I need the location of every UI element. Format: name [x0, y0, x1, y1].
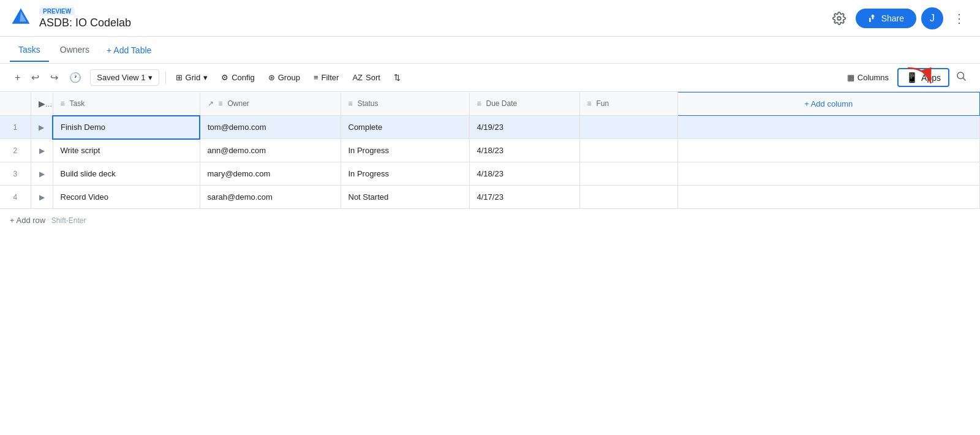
owner-cell-4[interactable]: sarah@demo.com	[200, 186, 341, 209]
group-button[interactable]: ⊛ Group	[262, 70, 306, 85]
fun-cell-2[interactable]	[579, 139, 677, 162]
apps-button-wrapper: 📱 Apps	[897, 68, 949, 87]
status-cell-1[interactable]: Complete	[341, 116, 469, 139]
expand-icon: ▶	[39, 193, 45, 202]
filter-button[interactable]: ≡ Filter	[307, 70, 345, 85]
status-value-4: Not Started	[349, 192, 389, 202]
columns-button[interactable]: ▦ Columns	[841, 70, 895, 85]
duedate-value-3: 4/18/23	[477, 169, 503, 178]
status-cell-3[interactable]: In Progress	[341, 162, 469, 186]
status-cell-4[interactable]: Not Started	[341, 186, 469, 209]
share-button[interactable]: Share	[856, 9, 916, 28]
duedate-cell-2[interactable]: 4/18/23	[469, 139, 579, 162]
add-row-toolbar-button[interactable]: +	[10, 69, 25, 87]
task-value-1: Finish Demo	[61, 123, 105, 132]
duedate-col-label: Due Date	[486, 99, 518, 108]
search-button[interactable]	[952, 67, 970, 88]
history-button[interactable]: 🕐	[64, 68, 86, 87]
add-row-row[interactable]: + Add row Shift-Enter	[0, 209, 980, 232]
toolbar: + ↩ ↪ 🕐 Saved View 1 ▾ ⊞ Grid ▾ ⚙ Config…	[0, 64, 980, 92]
th-owner[interactable]: ↗ ≡ Owner	[200, 93, 341, 116]
duedate-value-2: 4/18/23	[477, 146, 503, 155]
status-value-1: Complete	[349, 123, 383, 132]
app-title: ASDB: IO Codelab	[39, 17, 827, 29]
config-label: Config	[232, 73, 255, 82]
redo-button[interactable]: ↪	[45, 68, 63, 87]
share-label: Share	[881, 13, 904, 23]
addcol-cell-3	[677, 162, 980, 186]
toolbar-right: ▦ Columns 📱 Apps	[841, 67, 970, 88]
row-expand-2[interactable]: ▶	[31, 139, 53, 162]
tab-owners-label: Owners	[60, 45, 89, 55]
addcol-cell-2	[677, 139, 980, 162]
task-cell-1[interactable]: Finish Demo	[53, 116, 200, 139]
owner-value-1: tom@demo.com	[208, 123, 266, 132]
table-header: ▶▶ ≡ Task ↗ ≡ Owner	[0, 93, 980, 116]
saved-view-selector[interactable]: Saved View 1 ▾	[90, 69, 159, 86]
undo-button[interactable]: ↩	[26, 68, 44, 87]
expand-icon: ▶	[39, 146, 45, 155]
adjust-button[interactable]: ⇅	[388, 70, 407, 85]
expand-icon: ▶	[39, 170, 45, 178]
table-row[interactable]: 2 ▶ Write script ann@demo.com In Progres…	[0, 139, 980, 162]
th-status[interactable]: ≡ Status	[341, 93, 469, 116]
owner-cell-2[interactable]: ann@demo.com	[200, 139, 341, 162]
owner-cell-3[interactable]: mary@demo.com	[200, 162, 341, 186]
row-expand-3[interactable]: ▶	[31, 162, 53, 186]
add-row-label: + Add row	[10, 216, 45, 225]
duedate-col-icon: ≡	[477, 99, 481, 108]
addcol-cell-1	[677, 116, 980, 139]
preview-badge: PREVIEW	[39, 7, 75, 15]
table-row[interactable]: 3 ▶ Build slide deck mary@demo.com In Pr…	[0, 162, 980, 186]
main-table: ▶▶ ≡ Task ↗ ≡ Owner	[0, 92, 980, 232]
add-table-button[interactable]: + Add Table	[100, 42, 157, 59]
apps-button[interactable]: 📱 Apps	[897, 68, 949, 87]
sort-button[interactable]: AZ Sort	[346, 70, 386, 85]
settings-button[interactable]	[827, 7, 851, 30]
tab-bar: Tasks Owners + Add Table	[0, 37, 980, 64]
task-cell-4[interactable]: Record Video	[53, 186, 200, 209]
saved-view-label: Saved View 1	[97, 73, 145, 82]
task-cell-3[interactable]: Build slide deck	[53, 162, 200, 186]
th-task[interactable]: ≡ Task	[53, 93, 200, 116]
user-avatar[interactable]: J	[921, 7, 943, 29]
apps-icon: 📱	[906, 72, 918, 83]
th-duedate[interactable]: ≡ Due Date	[469, 93, 579, 116]
table-row[interactable]: 1 ▶ Finish Demo tom@demo.com Complete 4/…	[0, 116, 980, 139]
table-wrapper: ▶▶ ≡ Task ↗ ≡ Owner	[0, 92, 980, 435]
fun-cell-3[interactable]	[579, 162, 677, 186]
adjust-icon: ⇅	[394, 73, 401, 82]
config-button[interactable]: ⚙ Config	[215, 70, 261, 85]
table-body: 1 ▶ Finish Demo tom@demo.com Complete 4/…	[0, 116, 980, 232]
row-expand-1[interactable]: ▶	[31, 116, 53, 139]
task-col-icon: ≡	[61, 99, 65, 108]
chevron-down-icon: ▾	[148, 73, 153, 82]
toolbar-divider-1	[165, 72, 166, 84]
app-title-area: PREVIEW ASDB: IO Codelab	[39, 7, 827, 29]
th-fun[interactable]: ≡ Fun	[579, 93, 677, 116]
task-cell-2[interactable]: Write script	[53, 139, 200, 162]
grid-label: Grid	[186, 73, 201, 82]
tab-owners[interactable]: Owners	[51, 39, 98, 62]
row-expand-4[interactable]: ▶	[31, 186, 53, 209]
duedate-cell-3[interactable]: 4/18/23	[469, 162, 579, 186]
fun-cell-4[interactable]	[579, 186, 677, 209]
grid-view-button[interactable]: ⊞ Grid ▾	[170, 70, 214, 85]
duedate-cell-1[interactable]: 4/19/23	[469, 116, 579, 139]
more-options-button[interactable]: ⋮	[948, 9, 970, 28]
table-row[interactable]: 4 ▶ Record Video sarah@demo.com Not Star…	[0, 186, 980, 209]
tab-tasks[interactable]: Tasks	[10, 39, 49, 62]
expand-all-icon: ▶▶	[39, 99, 53, 108]
owner-link-icon: ↗	[208, 99, 214, 108]
svg-rect-3	[869, 18, 871, 22]
add-column-label: + Add column	[804, 99, 853, 108]
task-col-label: Task	[70, 99, 85, 108]
owner-cell-1[interactable]: tom@demo.com	[200, 116, 341, 139]
th-add-column[interactable]: + Add column	[677, 93, 980, 116]
fun-cell-1[interactable]	[579, 116, 677, 139]
status-cell-2[interactable]: In Progress	[341, 139, 469, 162]
svg-line-5	[963, 78, 965, 80]
duedate-cell-4[interactable]: 4/17/23	[469, 186, 579, 209]
row-num-4: 4	[0, 186, 31, 209]
row-num-3: 3	[0, 162, 31, 186]
